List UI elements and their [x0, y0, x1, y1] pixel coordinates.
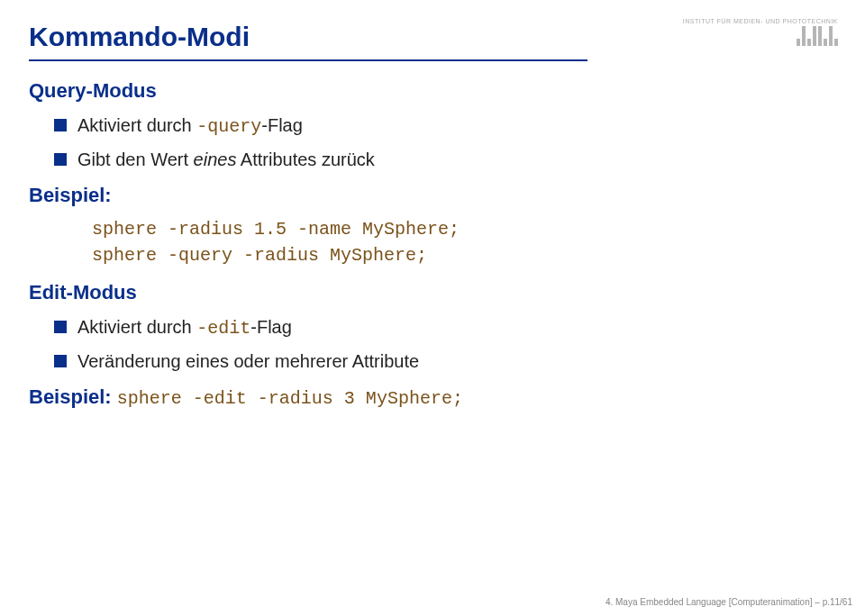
- query-bullets: Aktiviert durch -query-Flag Gibt den Wer…: [29, 112, 836, 173]
- edit-modus-heading: Edit-Modus: [29, 281, 836, 304]
- beispiel-code: sphere -edit -radius 3 MySphere;: [117, 388, 463, 409]
- svg-rect-1: [54, 153, 67, 166]
- list-item: Aktiviert durch -edit-Flag: [54, 313, 836, 342]
- logo-mark: [683, 26, 838, 46]
- code-line: sphere -radius 1.5 -name MySphere;: [92, 216, 836, 242]
- beispiel-heading-1: Beispiel:: [29, 184, 836, 207]
- query-modus-heading: Query-Modus: [29, 79, 836, 103]
- logo-text: INSTITUT FÜR MEDIEN- UND PHOTOTECHNIK: [683, 18, 838, 24]
- bullet-text: Aktiviert durch -edit-Flag: [77, 313, 292, 342]
- bullet-icon: [54, 153, 67, 166]
- svg-rect-0: [54, 119, 67, 131]
- edit-bullets: Aktiviert durch -edit-Flag Veränderung e…: [29, 313, 836, 375]
- list-item: Gibt den Wert eines Attributes zurück: [54, 146, 836, 173]
- bullet-icon: [54, 119, 67, 131]
- code-block-1: sphere -radius 1.5 -name MySphere; spher…: [29, 216, 836, 268]
- svg-rect-2: [54, 321, 67, 333]
- bullet-text: Aktiviert durch -query-Flag: [77, 112, 303, 140]
- beispiel-inline: Beispiel: sphere -edit -radius 3 MySpher…: [29, 385, 836, 409]
- slide-footer: 4. Maya Embedded Language [Computeranima…: [606, 597, 852, 607]
- code-line: sphere -query -radius MySphere;: [92, 242, 836, 268]
- bullet-icon: [54, 321, 67, 333]
- bullet-icon: [54, 355, 67, 367]
- list-item: Aktiviert durch -query-Flag: [54, 112, 836, 140]
- beispiel-label: Beispiel:: [29, 385, 112, 408]
- slide-content: Kommando-Modi Query-Modus Aktiviert durc…: [0, 0, 865, 409]
- title-underline: [29, 59, 587, 61]
- bullet-text: Veränderung eines oder mehrerer Attribut…: [77, 348, 419, 375]
- list-item: Veränderung eines oder mehrerer Attribut…: [54, 348, 836, 375]
- bullet-text: Gibt den Wert eines Attributes zurück: [77, 146, 375, 173]
- svg-rect-3: [54, 355, 67, 367]
- institute-logo: INSTITUT FÜR MEDIEN- UND PHOTOTECHNIK: [683, 18, 838, 46]
